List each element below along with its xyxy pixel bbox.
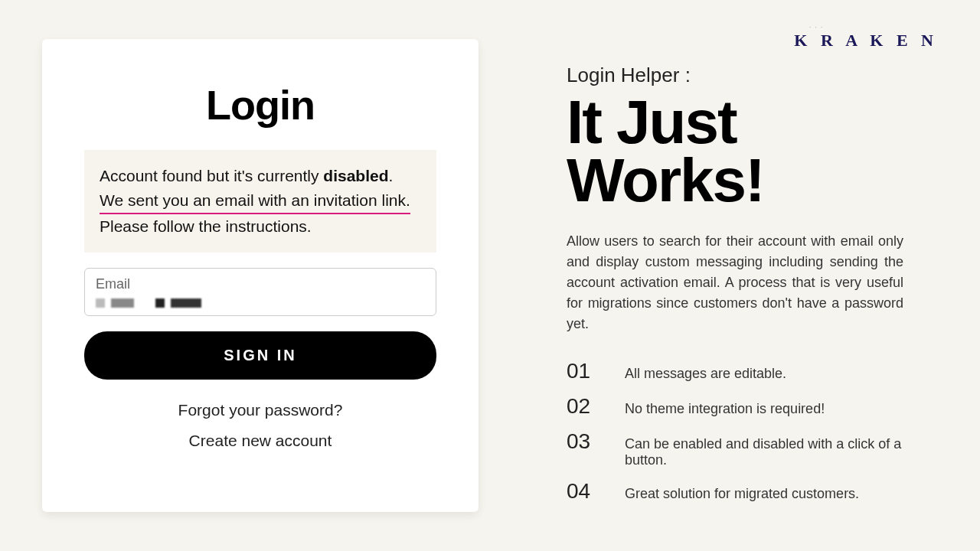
feature-text: Can be enabled and disabled with a click…: [625, 436, 938, 468]
alert-message: Account found but it's currently disable…: [84, 150, 436, 253]
create-account-link[interactable]: Create new account: [84, 432, 436, 450]
feature-item: 02 No theme integration is required!: [567, 394, 938, 419]
alert-bold: disabled: [323, 167, 388, 184]
feature-list: 01 All messages are editable. 02 No them…: [567, 359, 938, 504]
brand-logo: · · · K R A K E N: [794, 31, 938, 51]
email-input-blurred[interactable]: [96, 298, 425, 308]
feature-text: No theme integration is required!: [625, 401, 825, 417]
eyebrow-text: Login Helper :: [567, 64, 938, 87]
forgot-password-link[interactable]: Forgot your password?: [84, 401, 436, 419]
blur-segment: [111, 298, 134, 308]
brand-dots: · · ·: [809, 24, 824, 31]
login-card: Login Account found but it's currently d…: [42, 39, 479, 512]
brand-text: K R A K E N: [794, 31, 938, 50]
alert-prefix: Account found but it's currently: [100, 167, 323, 184]
signin-button[interactable]: SIGN IN: [84, 331, 436, 380]
login-title: Login: [84, 81, 436, 129]
feature-text: All messages are editable.: [625, 366, 786, 382]
headline: It Just Works!: [567, 93, 938, 210]
feature-item: 01 All messages are editable.: [567, 359, 938, 383]
alert-highlighted: We sent you an email with an invitation …: [100, 188, 410, 215]
email-field-wrapper[interactable]: Email: [84, 268, 436, 316]
feature-number: 01: [567, 359, 597, 383]
feature-number: 03: [567, 429, 597, 454]
marketing-panel: Login Helper : It Just Works! Allow user…: [567, 48, 938, 504]
main-container: Login Account found but it's currently d…: [0, 0, 980, 551]
blur-segment: [96, 298, 105, 308]
alert-suffix: .: [389, 167, 394, 184]
feature-text: Great solution for migrated customers.: [625, 486, 859, 502]
email-label: Email: [96, 276, 425, 292]
feature-item: 03 Can be enabled and disabled with a cl…: [567, 429, 938, 468]
feature-item: 04 Great solution for migrated customers…: [567, 479, 938, 504]
blur-segment: [171, 298, 201, 308]
feature-number: 02: [567, 394, 597, 419]
alert-rest: Please follow the instructions.: [100, 217, 312, 235]
blur-segment: [155, 298, 165, 308]
feature-number: 04: [567, 479, 597, 504]
description: Allow users to search for their account …: [567, 231, 903, 334]
